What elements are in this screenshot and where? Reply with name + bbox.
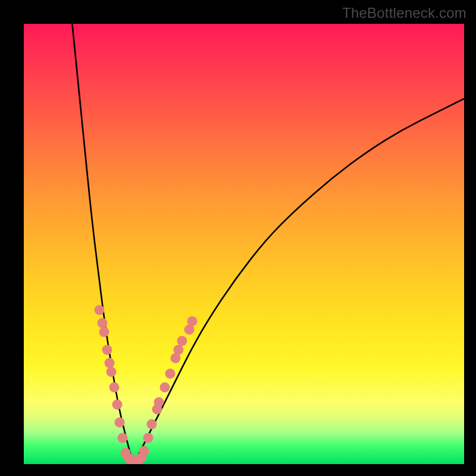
- scatter-dot: [154, 397, 164, 408]
- scatter-dot: [139, 446, 149, 456]
- chart-frame: TheBottleneck.com: [0, 0, 476, 476]
- right-branch-curve: [134, 99, 464, 464]
- scatter-dot: [109, 382, 119, 392]
- scatter-dot: [107, 367, 117, 377]
- left-branch-curve: [72, 24, 134, 464]
- scatter-dot: [102, 345, 112, 355]
- watermark-text: TheBottleneck.com: [342, 5, 466, 21]
- scatter-dot: [174, 345, 184, 355]
- scatter-dot: [165, 369, 175, 379]
- scatter-dot: [187, 316, 198, 326]
- scatter-dot: [146, 419, 156, 430]
- scatter-dot: [184, 325, 194, 335]
- scatter-dot: [159, 382, 170, 392]
- curve-layer: [24, 24, 464, 464]
- plot-area: [24, 24, 464, 464]
- scatter-dot: [112, 400, 122, 410]
- scatter-dot: [143, 433, 153, 443]
- scatter-dot: [177, 336, 187, 346]
- scatter-dot: [99, 327, 109, 337]
- scatter-dot: [95, 305, 105, 315]
- scatter-dot: [115, 417, 125, 427]
- scatter-dot: [117, 433, 127, 443]
- scatter-dot: [171, 353, 181, 364]
